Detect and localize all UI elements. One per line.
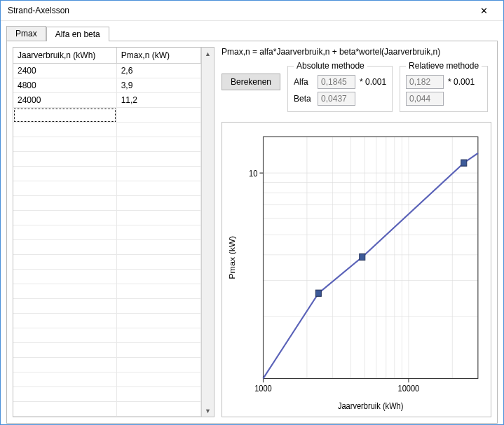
- cell-jaarverbruik[interactable]: 24000: [13, 93, 116, 108]
- tab-alfa-beta[interactable]: Alfa en beta: [46, 27, 109, 41]
- alfa-suffix: * 0.001: [360, 77, 386, 87]
- controls-row: Berekenen Absolute methode Alfa * 0.001 …: [222, 61, 491, 112]
- table-row[interactable]: 2400011,2: [13, 93, 201, 108]
- alfa-relative-input[interactable]: [406, 75, 444, 89]
- col-header-jaarverbruik[interactable]: Jaarverbruik,n (kWh): [13, 48, 116, 64]
- alfa-absolute-input[interactable]: [318, 75, 355, 89]
- table-row[interactable]: [13, 343, 201, 358]
- svg-rect-33: [461, 160, 467, 166]
- titlebar: Strand-Axelsson ✕: [1, 1, 503, 21]
- svg-rect-32: [360, 254, 365, 260]
- svg-text:Pmax (kW): Pmax (kW): [228, 236, 237, 279]
- table-row[interactable]: [13, 181, 201, 196]
- cell-pmax[interactable]: 11,2: [116, 93, 200, 108]
- close-icon[interactable]: ✕: [470, 1, 498, 20]
- table-row[interactable]: 48003,9: [13, 78, 201, 93]
- window-title: Strand-Axelsson: [8, 6, 470, 15]
- table-row[interactable]: [13, 137, 201, 152]
- table-row[interactable]: [13, 387, 201, 402]
- table-row[interactable]: [13, 152, 201, 167]
- beta-absolute-input[interactable]: [318, 92, 355, 106]
- table-row[interactable]: [13, 299, 201, 314]
- beta-relative-input[interactable]: [406, 92, 444, 106]
- rel-alfa-suffix: * 0.001: [448, 77, 475, 87]
- client-area: Pmax Alfa en beta Jaarverbruik,n (kWh) P…: [1, 21, 503, 425]
- chart: 10001000010Jaarverbruik (kWh)Pmax (kW): [222, 122, 491, 417]
- table-row[interactable]: 24002,6: [13, 64, 201, 78]
- svg-text:10000: 10000: [397, 383, 419, 393]
- svg-rect-31: [315, 290, 321, 296]
- cell-jaarverbruik[interactable]: 4800: [13, 78, 116, 93]
- table-row[interactable]: [13, 211, 201, 225]
- window: Strand-Axelsson ✕ Pmax Alfa en beta Jaar…: [0, 0, 504, 425]
- tabpage-alfa-beta: Jaarverbruik,n (kWh) Pmax,n (kW) 24002,6…: [6, 41, 498, 424]
- svg-text:Jaarverbruik (kWh): Jaarverbruik (kWh): [338, 400, 404, 411]
- table-row[interactable]: [13, 328, 201, 343]
- table-row[interactable]: [13, 167, 201, 181]
- svg-text:1000: 1000: [254, 383, 272, 393]
- grid-scrollbar[interactable]: ▲ ▼: [201, 48, 214, 417]
- alfa-label: Alfa: [294, 77, 313, 87]
- col-header-pmax[interactable]: Pmax,n (kW): [116, 48, 200, 64]
- table-row[interactable]: [13, 270, 201, 284]
- cell-pmax[interactable]: 3,9: [116, 78, 200, 93]
- table-row[interactable]: [13, 402, 201, 417]
- absolute-method-group: Absolute methode Alfa * 0.001 Beta: [287, 61, 393, 112]
- table-row[interactable]: [13, 372, 201, 387]
- tab-pmax[interactable]: Pmax: [6, 26, 46, 41]
- tabstrip: Pmax Alfa en beta: [6, 25, 498, 41]
- svg-text:10: 10: [249, 168, 258, 179]
- table-row[interactable]: [13, 255, 201, 270]
- relative-method-group: Relatieve methode * 0.001: [400, 61, 488, 112]
- table-row[interactable]: [13, 240, 201, 255]
- cell-pmax[interactable]: [116, 108, 200, 123]
- cell-pmax[interactable]: 2,6: [116, 64, 200, 78]
- table-row[interactable]: [13, 123, 201, 137]
- beta-label: Beta: [294, 94, 313, 104]
- data-grid[interactable]: Jaarverbruik,n (kWh) Pmax,n (kW) 24002,6…: [13, 47, 214, 417]
- relative-legend: Relatieve methode: [406, 61, 482, 71]
- scroll-up-icon[interactable]: ▲: [202, 48, 214, 60]
- table-new-row[interactable]: [13, 108, 201, 123]
- table-row[interactable]: [13, 284, 201, 299]
- scroll-down-icon[interactable]: ▼: [202, 405, 214, 417]
- cell-jaarverbruik[interactable]: 2400: [13, 64, 116, 78]
- cell-jaarverbruik[interactable]: [13, 108, 116, 123]
- table-row[interactable]: [13, 358, 201, 372]
- absolute-legend: Absolute methode: [294, 61, 367, 71]
- table-row[interactable]: [13, 225, 201, 240]
- table-row[interactable]: [13, 196, 201, 211]
- right-panel: Pmax,n = alfa*Jaarverbruik,n + beta*wort…: [222, 47, 491, 417]
- formula-label: Pmax,n = alfa*Jaarverbruik,n + beta*wort…: [222, 47, 491, 57]
- table-row[interactable]: [13, 314, 201, 328]
- calc-button[interactable]: Berekenen: [222, 74, 280, 90]
